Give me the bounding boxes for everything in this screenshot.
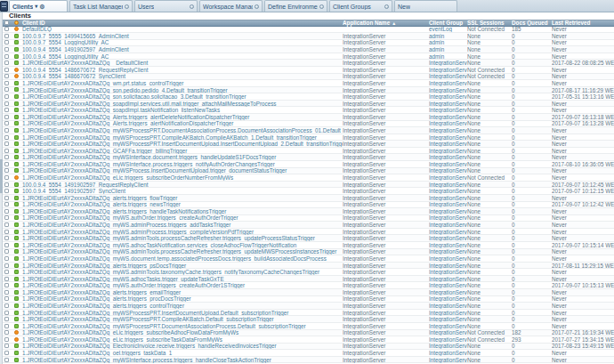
client-id-link[interactable]: 1.JROtEoIDlEurtAY2xxxxADltaZQq_myWSProce…: [22, 134, 317, 141]
row-checkbox[interactable]: [4, 358, 9, 362]
client-group-link[interactable]: IntegrationServer: [429, 134, 467, 141]
client-group-link[interactable]: IntegrationServer: [429, 93, 467, 100]
client-id-link[interactable]: 1.JROtEoIDlEurtAY2xxxxADltaZQq_myWS.adho…: [22, 276, 224, 282]
client-group-link[interactable]: IntegrationServer: [429, 214, 467, 221]
client-group-link[interactable]: IntegrationServer: [429, 282, 467, 288]
row-checkbox[interactable]: [4, 351, 9, 355]
tab-client-groups[interactable]: Client Groups: [329, 0, 392, 12]
client-id-link[interactable]: 1.JROtEoIDlEurtAY2xxxxADltaZQq_soapdImpl…: [22, 101, 276, 107]
row-checkbox[interactable]: [4, 68, 9, 72]
client-group-link[interactable]: IntegrationServer: [429, 357, 467, 363]
client-group-link[interactable]: IntegrationServer: [429, 182, 467, 188]
client-id-link[interactable]: 1.JROtEoIDlEurtAY2xxxxADltaZQq_Electroni…: [22, 343, 277, 349]
gear-icon[interactable]: ⚙: [39, 4, 44, 10]
row-checkbox[interactable]: [4, 230, 9, 234]
row-checkbox[interactable]: [4, 108, 9, 112]
client-group-link[interactable]: IntegrationServer: [429, 242, 467, 248]
row-checkbox[interactable]: [4, 182, 9, 187]
client-group-link[interactable]: IntegrationServer: [429, 343, 467, 349]
client-group-link[interactable]: IntegrationServer: [429, 303, 467, 309]
row-checkbox[interactable]: [4, 196, 9, 200]
client-group-link[interactable]: admin: [429, 46, 444, 53]
client-id-link[interactable]: 1.JROtEoIDlEurtAY2xxxxADltaZQq_eLic.trig…: [22, 329, 238, 336]
row-checkbox[interactable]: [4, 175, 9, 180]
row-checkbox[interactable]: [4, 324, 9, 328]
client-id-link[interactable]: 1.JROtEoIDlEurtAY2xxxxADltaZQq_eLic.trig…: [22, 174, 233, 181]
client-id-link[interactable]: 1.JROtEoIDlEurtAY2xxxxADltaZQq_myWSProce…: [22, 127, 343, 133]
client-group-link[interactable]: IntegrationServer: [429, 276, 467, 282]
client-id-link[interactable]: 1.JROtEoIDlEurtAY2xxxxADltaZQq_wm.prt.st…: [22, 80, 183, 86]
row-checkbox[interactable]: [4, 330, 9, 335]
client-id-link[interactable]: 1.JROtEoIDlEurtAY2xxxxADltaZQq_myWS.auth…: [22, 282, 245, 288]
row-checkbox[interactable]: [4, 128, 9, 133]
tab-workspace-manage[interactable]: Workspace Manage...: [199, 0, 263, 12]
client-id-link[interactable]: 1.JROtEoIDlEurtAY2xxxxADltaZQq_soapdImpl…: [22, 107, 220, 113]
column-header-application-name[interactable]: Application Name▲: [343, 20, 429, 27]
client-group-link[interactable]: admin: [429, 39, 444, 45]
row-checkbox[interactable]: [4, 296, 9, 301]
client-id-link[interactable]: 1.JROtEoIDlEurtAY2xxxxADltaZQq_alerts.tr…: [22, 208, 226, 214]
row-checkbox[interactable]: [4, 34, 9, 38]
column-header-client-id[interactable]: Client ID: [22, 20, 343, 26]
client-group-link[interactable]: IntegrationServer: [429, 188, 467, 194]
client-id-link[interactable]: 1.JROtEoIDlEurtAY2xxxxADltaZQq_myWS.auth…: [22, 214, 238, 221]
client-group-link[interactable]: IntegrationServer: [429, 329, 467, 336]
client-id-link[interactable]: 1.JROtEoIDlEurtAY2xxxxADltaZQq_myWSInter…: [22, 154, 276, 160]
row-checkbox[interactable]: [4, 40, 9, 44]
client-id-link[interactable]: 1.JROtEoIDlEurtAY2xxxxADltaZQq_myWSProce…: [22, 141, 343, 147]
client-group-link[interactable]: IntegrationServer: [429, 195, 467, 201]
row-checkbox[interactable]: [4, 162, 9, 166]
client-group-link[interactable]: IntegrationServer: [429, 114, 467, 120]
client-group-link[interactable]: admin: [429, 33, 444, 39]
client-group-link[interactable]: IntegrationServer: [429, 154, 467, 160]
client-id-link[interactable]: 1.JROtEoIDlEurtAY2xxxxADltaZQq_alerts.tr…: [22, 303, 184, 309]
client-group-link[interactable]: IntegrationServer: [429, 263, 467, 269]
row-checkbox[interactable]: [4, 209, 9, 214]
client-id-link[interactable]: 1.JROtEoIDlEurtAY2xxxxADltaZQq_myWSProce…: [22, 167, 287, 174]
client-group-link[interactable]: IntegrationServer: [429, 60, 467, 66]
column-header-last-retrieved[interactable]: Last Retrieved: [552, 20, 614, 26]
row-checkbox[interactable]: [4, 142, 9, 146]
row-checkbox[interactable]: [4, 311, 9, 315]
tab-close-icon[interactable]: [125, 4, 129, 9]
client-id-link[interactable]: 1.JROtEoIDlEurtAY2xxxxADltaZQq_myWS.admi…: [22, 222, 230, 228]
client-id-link[interactable]: 1.JROtEoIDlEurtAY2xxxxADltaZQq_son.solic…: [22, 93, 246, 100]
row-checkbox[interactable]: [4, 303, 9, 308]
column-header-docs-queued[interactable]: Docs Queued: [512, 20, 552, 26]
client-id-link[interactable]: 1.JROtEoIDlEurtAY2xxxxADltaZQq_myWS.adho…: [22, 242, 296, 248]
client-group-link[interactable]: eventLog: [429, 27, 452, 33]
client-group-link[interactable]: IntegrationServer: [429, 229, 467, 235]
client-id-link[interactable]: 1.JROtEoIDlEurtAY2xxxxADltaZQq__DefaultC…: [22, 60, 148, 66]
row-checkbox[interactable]: [4, 277, 9, 281]
tab-task-list-managem[interactable]: Task List Managem...: [69, 0, 133, 12]
client-group-link[interactable]: IntegrationServer: [429, 201, 467, 207]
client-id-link[interactable]: 1.JROtEoIDlEurtAY2xxxxADltaZQq_oel.trigg…: [22, 350, 172, 356]
client-id-link[interactable]: 1.JROtEoIDlEurtAY2xxxxADltaZQq_myWSProce…: [22, 316, 274, 322]
row-checkbox[interactable]: [4, 236, 9, 240]
client-group-link[interactable]: IntegrationServer: [429, 235, 467, 241]
status-column-header[interactable]: [12, 20, 22, 25]
row-checkbox[interactable]: [4, 101, 9, 106]
row-checkbox[interactable]: [4, 47, 9, 52]
client-id-link[interactable]: 1.JROtEoIDlEurtAY2xxxxADltaZQq_eLic.trig…: [22, 336, 222, 343]
tab-close-icon[interactable]: [319, 4, 324, 9]
row-checkbox[interactable]: [4, 115, 9, 119]
tab-new[interactable]: New: [394, 0, 457, 12]
client-group-link[interactable]: IntegrationServer: [429, 73, 467, 79]
client-group-link[interactable]: IntegrationServer: [429, 289, 467, 295]
row-checkbox[interactable]: [4, 344, 9, 348]
row-checkbox[interactable]: [4, 168, 9, 173]
row-checkbox[interactable]: [4, 189, 9, 193]
client-group-link[interactable]: IntegrationServer: [429, 248, 467, 255]
splitter-handle[interactable]: [0, 159, 3, 193]
client-group-link[interactable]: IntegrationServer: [429, 336, 467, 343]
left-splitter[interactable]: [0, 12, 3, 364]
client-group-link[interactable]: IntegrationServer: [429, 350, 467, 356]
client-id-link[interactable]: 100.0.9.4_5554_1486670672_SyncClient: [22, 73, 125, 79]
tab-clients[interactable]: Clients▾⚙: [9, 0, 68, 12]
client-group-link[interactable]: IntegrationServer: [429, 80, 467, 86]
client-id-link[interactable]: 1.JROtEoIDlEurtAY2xxxxADltaZQq_myWS.docu…: [22, 255, 327, 262]
client-group-link[interactable]: IntegrationServer: [429, 87, 467, 93]
client-id-link[interactable]: 100.0.9.4_5554_1491902597_AdminClient: [22, 46, 129, 53]
client-id-link[interactable]: 1.JROtEoIDlEurtAY2xxxxADltaZQq_myWS.admi…: [22, 235, 315, 241]
